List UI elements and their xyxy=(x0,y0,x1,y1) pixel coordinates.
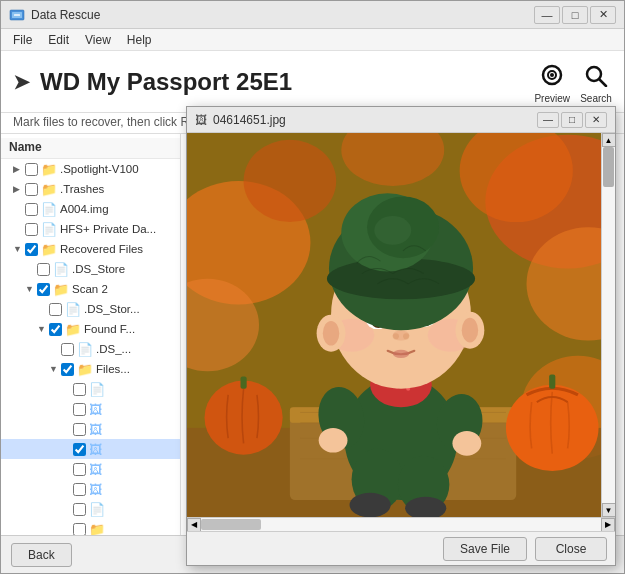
label-trashes: .Trashes xyxy=(60,183,104,195)
close-button[interactable]: ✕ xyxy=(590,6,616,24)
label-ds1: .DS_Store xyxy=(72,263,125,275)
svg-rect-63 xyxy=(241,376,247,388)
checkbox-f2[interactable] xyxy=(73,403,86,416)
label-a004: A004.img xyxy=(60,203,109,215)
checkbox-spotlight[interactable] xyxy=(25,163,38,176)
menu-file[interactable]: File xyxy=(5,31,40,49)
checkbox-f6[interactable] xyxy=(73,483,86,496)
checkbox-trashes[interactable] xyxy=(25,183,38,196)
tree-item-trashes[interactable]: ▶ 📁 .Trashes xyxy=(1,179,180,199)
header-section: ➤ WD My Passport 25E1 Preview xyxy=(1,51,624,113)
tree-item-found[interactable]: ▼ 📁 Found F... xyxy=(1,319,180,339)
scroll-down-arrow[interactable]: ▼ xyxy=(602,503,616,517)
save-file-button[interactable]: Save File xyxy=(443,537,527,561)
maximize-button[interactable]: □ xyxy=(562,6,588,24)
tree-item-file1[interactable]: 📄 xyxy=(1,379,180,399)
checkbox-f5[interactable] xyxy=(73,463,86,476)
checkbox-f4[interactable] xyxy=(73,443,86,456)
tree-item-recovered[interactable]: ▼ 📁 Recovered Files xyxy=(1,239,180,259)
folder-icon-trashes: 📁 xyxy=(41,182,57,197)
preview-scrollbar-v[interactable]: ▲ ▼ xyxy=(601,133,615,517)
arrow-found: ▼ xyxy=(37,324,49,334)
checkbox-f1[interactable] xyxy=(73,383,86,396)
scroll-thumb-h[interactable] xyxy=(201,519,261,530)
tree-item-hfs[interactable]: 📄 HFS+ Private Da... xyxy=(1,219,180,239)
checkbox-recovered[interactable] xyxy=(25,243,38,256)
svg-point-65 xyxy=(323,321,339,346)
minimize-button[interactable]: — xyxy=(534,6,560,24)
tree-header: Name xyxy=(1,138,180,159)
file-icon-ds2: 📄 xyxy=(65,302,81,317)
tree-item-file3[interactable]: 🖼 xyxy=(1,419,180,439)
folder-icon-found: 📁 xyxy=(65,322,81,337)
checkbox-f3[interactable] xyxy=(73,423,86,436)
img-icon-f2: 🖼 xyxy=(89,402,102,417)
preview-close-btn[interactable]: ✕ xyxy=(585,112,607,128)
tree-item-file2[interactable]: 🖼 xyxy=(1,399,180,419)
drive-arrow-icon: ➤ xyxy=(13,70,30,94)
preview-window-title: 04614651.jpg xyxy=(213,113,537,127)
scroll-track-v[interactable] xyxy=(602,147,615,503)
scroll-right-arrow[interactable]: ▶ xyxy=(601,518,615,532)
preview-close-button[interactable]: Close xyxy=(535,537,607,561)
checkbox-scan2[interactable] xyxy=(37,283,50,296)
preview-label: Preview xyxy=(534,93,570,104)
file-icon-a004: 📄 xyxy=(41,202,57,217)
tree-item-file4[interactable]: 🖼 xyxy=(1,439,180,459)
tree-item-file5[interactable]: 🖼 xyxy=(1,459,180,479)
checkbox-f7[interactable] xyxy=(73,503,86,516)
menu-bar: File Edit View Help xyxy=(1,29,624,51)
img-icon-f6: 🖼 xyxy=(89,482,102,497)
checkbox-ds2[interactable] xyxy=(49,303,62,316)
label-found: Found F... xyxy=(84,323,135,335)
checkbox-hfs[interactable] xyxy=(25,223,38,236)
svg-point-52 xyxy=(393,333,399,339)
tree-item-file6[interactable]: 🖼 xyxy=(1,479,180,499)
menu-edit[interactable]: Edit xyxy=(40,31,77,49)
preview-maximize-btn[interactable]: □ xyxy=(561,112,583,128)
tree-item-ds3[interactable]: 📄 .DS_... xyxy=(1,339,180,359)
header-icons: Preview Search xyxy=(534,59,612,104)
tree-item-file8[interactable]: 📁 xyxy=(1,519,180,535)
checkbox-ds3[interactable] xyxy=(61,343,74,356)
scroll-thumb-v[interactable] xyxy=(603,147,614,187)
svg-point-5 xyxy=(550,73,554,77)
preview-scrollbar-h[interactable]: ◀ ▶ xyxy=(187,517,615,531)
tree-item-file7[interactable]: 📄 xyxy=(1,499,180,519)
file-icon-f7: 📄 xyxy=(89,502,105,517)
file-tree-panel[interactable]: Name ▶ 📁 .Spotlight-V100 ▶ 📁 .Trashes 📄 xyxy=(1,134,181,535)
title-bar-controls: — □ ✕ xyxy=(534,6,616,24)
menu-help[interactable]: Help xyxy=(119,31,160,49)
tree-item-ds2[interactable]: 📄 .DS_Stor... xyxy=(1,299,180,319)
checkbox-a004[interactable] xyxy=(25,203,38,216)
arrow-spotlight: ▶ xyxy=(13,164,25,174)
menu-view[interactable]: View xyxy=(77,31,119,49)
tree-item-ds-store1[interactable]: 📄 .DS_Store xyxy=(1,259,180,279)
baby-photo-svg xyxy=(187,133,615,517)
preview-button[interactable]: Preview xyxy=(534,59,570,104)
svg-point-14 xyxy=(244,140,337,222)
scroll-left-arrow[interactable]: ◀ xyxy=(187,518,201,532)
preview-window: 🖼 04614651.jpg — □ ✕ xyxy=(186,106,616,566)
svg-point-59 xyxy=(374,216,411,245)
file-icon-ds1: 📄 xyxy=(53,262,69,277)
arrow-scan2: ▼ xyxy=(25,284,37,294)
preview-icon xyxy=(536,59,568,91)
checkbox-files[interactable] xyxy=(61,363,74,376)
checkbox-found[interactable] xyxy=(49,323,62,336)
tree-item-files[interactable]: ▼ 📁 Files... xyxy=(1,359,180,379)
svg-point-31 xyxy=(319,428,348,453)
tree-item-a004[interactable]: 📄 A004.img xyxy=(1,199,180,219)
search-button[interactable]: Search xyxy=(580,59,612,104)
checkbox-ds1[interactable] xyxy=(37,263,50,276)
tree-item-spotlight[interactable]: ▶ 📁 .Spotlight-V100 xyxy=(1,159,180,179)
tree-item-scan2[interactable]: ▼ 📁 Scan 2 xyxy=(1,279,180,299)
checkbox-f8[interactable] xyxy=(73,523,86,536)
scroll-track-h[interactable] xyxy=(201,518,601,531)
preview-title-bar: 🖼 04614651.jpg — □ ✕ xyxy=(187,107,615,133)
preview-minimize-btn[interactable]: — xyxy=(537,112,559,128)
back-button[interactable]: Back xyxy=(11,543,72,567)
scroll-up-arrow[interactable]: ▲ xyxy=(602,133,616,147)
svg-point-54 xyxy=(393,350,409,358)
preview-title-controls: — □ ✕ xyxy=(537,112,607,128)
